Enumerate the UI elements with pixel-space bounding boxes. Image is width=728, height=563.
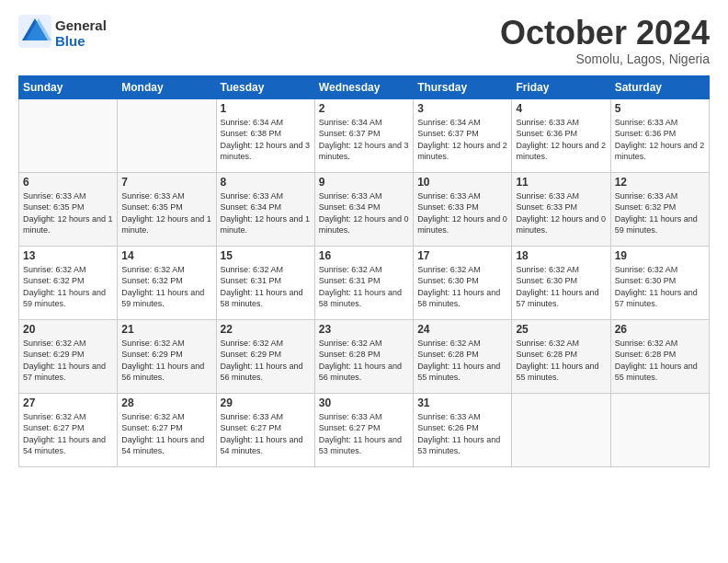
day-number: 13 — [23, 249, 113, 262]
calendar-cell: 28Sunrise: 6:32 AMSunset: 6:27 PMDayligh… — [118, 393, 216, 466]
day-detail: Sunrise: 6:33 AMSunset: 6:27 PMDaylight:… — [221, 411, 311, 457]
calendar-cell: 9Sunrise: 6:33 AMSunset: 6:34 PMDaylight… — [314, 172, 413, 246]
calendar-cell: 3Sunrise: 6:34 AMSunset: 6:37 PMDaylight… — [414, 98, 512, 172]
day-detail: Sunrise: 6:32 AMSunset: 6:30 PMDaylight:… — [417, 264, 507, 310]
calendar-cell: 19Sunrise: 6:32 AMSunset: 6:30 PMDayligh… — [610, 246, 709, 319]
day-detail: Sunrise: 6:32 AMSunset: 6:30 PMDaylight:… — [615, 264, 705, 310]
logo: General Blue — [18, 15, 107, 52]
day-number: 23 — [319, 323, 409, 336]
calendar-cell: 24Sunrise: 6:32 AMSunset: 6:28 PMDayligh… — [414, 319, 512, 393]
calendar-cell: 21Sunrise: 6:32 AMSunset: 6:29 PMDayligh… — [118, 319, 216, 393]
calendar-cell: 12Sunrise: 6:33 AMSunset: 6:32 PMDayligh… — [610, 172, 709, 246]
calendar-cell: 1Sunrise: 6:34 AMSunset: 6:38 PMDaylight… — [216, 98, 314, 172]
calendar-cell: 6Sunrise: 6:33 AMSunset: 6:35 PMDaylight… — [19, 172, 118, 246]
day-detail: Sunrise: 6:33 AMSunset: 6:36 PMDaylight:… — [516, 117, 606, 163]
calendar-table: SundayMondayTuesdayWednesdayThursdayFrid… — [18, 75, 710, 467]
calendar-cell: 13Sunrise: 6:32 AMSunset: 6:32 PMDayligh… — [19, 246, 118, 319]
calendar-cell: 10Sunrise: 6:33 AMSunset: 6:33 PMDayligh… — [414, 172, 512, 246]
location-subtitle: Somolu, Lagos, Nigeria — [500, 52, 710, 66]
calendar-cell: 22Sunrise: 6:32 AMSunset: 6:29 PMDayligh… — [216, 319, 314, 393]
calendar-cell: 7Sunrise: 6:33 AMSunset: 6:35 PMDaylight… — [118, 172, 216, 246]
weekday-header: Friday — [512, 75, 610, 98]
calendar-cell — [610, 393, 709, 466]
day-number: 25 — [516, 323, 606, 336]
day-detail: Sunrise: 6:32 AMSunset: 6:29 PMDaylight:… — [121, 338, 211, 384]
calendar-cell: 11Sunrise: 6:33 AMSunset: 6:33 PMDayligh… — [512, 172, 610, 246]
day-number: 26 — [615, 323, 705, 336]
day-detail: Sunrise: 6:33 AMSunset: 6:35 PMDaylight:… — [121, 190, 211, 236]
logo-blue: Blue — [55, 33, 107, 49]
weekday-header: Monday — [118, 75, 216, 98]
day-number: 21 — [121, 323, 211, 336]
calendar-cell: 5Sunrise: 6:33 AMSunset: 6:36 PMDaylight… — [610, 98, 709, 172]
day-number: 7 — [121, 176, 211, 189]
calendar-cell: 29Sunrise: 6:33 AMSunset: 6:27 PMDayligh… — [216, 393, 314, 466]
day-detail: Sunrise: 6:32 AMSunset: 6:28 PMDaylight:… — [319, 338, 409, 384]
calendar-cell: 8Sunrise: 6:33 AMSunset: 6:34 PMDaylight… — [216, 172, 314, 246]
day-number: 5 — [615, 102, 705, 115]
calendar-cell: 2Sunrise: 6:34 AMSunset: 6:37 PMDaylight… — [314, 98, 413, 172]
day-number: 8 — [221, 176, 311, 189]
day-number: 1 — [221, 102, 311, 115]
calendar-cell — [118, 98, 216, 172]
day-number: 16 — [319, 249, 409, 262]
day-number: 3 — [417, 102, 507, 115]
day-detail: Sunrise: 6:33 AMSunset: 6:26 PMDaylight:… — [417, 411, 507, 457]
day-detail: Sunrise: 6:32 AMSunset: 6:29 PMDaylight:… — [221, 338, 311, 384]
day-number: 6 — [23, 176, 113, 189]
day-detail: Sunrise: 6:34 AMSunset: 6:37 PMDaylight:… — [417, 117, 507, 163]
day-number: 18 — [516, 249, 606, 262]
day-detail: Sunrise: 6:33 AMSunset: 6:27 PMDaylight:… — [319, 411, 409, 457]
day-number: 31 — [417, 396, 507, 409]
day-number: 22 — [221, 323, 311, 336]
day-detail: Sunrise: 6:32 AMSunset: 6:32 PMDaylight:… — [121, 264, 211, 310]
day-number: 4 — [516, 102, 606, 115]
calendar-cell: 16Sunrise: 6:32 AMSunset: 6:31 PMDayligh… — [314, 246, 413, 319]
day-number: 20 — [23, 323, 113, 336]
calendar-cell: 25Sunrise: 6:32 AMSunset: 6:28 PMDayligh… — [512, 319, 610, 393]
day-detail: Sunrise: 6:34 AMSunset: 6:38 PMDaylight:… — [221, 117, 311, 163]
month-title: October 2024 — [500, 15, 710, 52]
day-detail: Sunrise: 6:33 AMSunset: 6:36 PMDaylight:… — [615, 117, 705, 163]
weekday-header: Wednesday — [314, 75, 413, 98]
day-detail: Sunrise: 6:32 AMSunset: 6:27 PMDaylight:… — [23, 411, 113, 457]
weekday-header: Tuesday — [216, 75, 314, 98]
calendar-page: General Blue October 2024 Somolu, Lagos,… — [0, 0, 728, 563]
header: General Blue October 2024 Somolu, Lagos,… — [18, 15, 710, 66]
calendar-cell: 30Sunrise: 6:33 AMSunset: 6:27 PMDayligh… — [314, 393, 413, 466]
weekday-header: Saturday — [610, 75, 709, 98]
calendar-cell: 31Sunrise: 6:33 AMSunset: 6:26 PMDayligh… — [414, 393, 512, 466]
day-number: 29 — [221, 396, 311, 409]
day-detail: Sunrise: 6:32 AMSunset: 6:31 PMDaylight:… — [319, 264, 409, 310]
calendar-cell: 18Sunrise: 6:32 AMSunset: 6:30 PMDayligh… — [512, 246, 610, 319]
calendar-cell: 20Sunrise: 6:32 AMSunset: 6:29 PMDayligh… — [19, 319, 118, 393]
day-detail: Sunrise: 6:32 AMSunset: 6:28 PMDaylight:… — [417, 338, 507, 384]
day-number: 2 — [319, 102, 409, 115]
day-number: 15 — [221, 249, 311, 262]
day-detail: Sunrise: 6:33 AMSunset: 6:33 PMDaylight:… — [516, 190, 606, 236]
calendar-cell: 14Sunrise: 6:32 AMSunset: 6:32 PMDayligh… — [118, 246, 216, 319]
day-number: 17 — [417, 249, 507, 262]
day-number: 28 — [121, 396, 211, 409]
day-number: 11 — [516, 176, 606, 189]
title-block: October 2024 Somolu, Lagos, Nigeria — [500, 15, 710, 66]
day-detail: Sunrise: 6:32 AMSunset: 6:32 PMDaylight:… — [23, 264, 113, 310]
day-detail: Sunrise: 6:32 AMSunset: 6:28 PMDaylight:… — [615, 338, 705, 384]
logo-general: General — [55, 17, 107, 33]
logo-icon — [18, 15, 51, 48]
calendar-cell: 23Sunrise: 6:32 AMSunset: 6:28 PMDayligh… — [314, 319, 413, 393]
calendar-cell — [19, 98, 118, 172]
day-number: 9 — [319, 176, 409, 189]
day-detail: Sunrise: 6:33 AMSunset: 6:34 PMDaylight:… — [221, 190, 311, 236]
day-detail: Sunrise: 6:32 AMSunset: 6:27 PMDaylight:… — [121, 411, 211, 457]
calendar-cell: 26Sunrise: 6:32 AMSunset: 6:28 PMDayligh… — [610, 319, 709, 393]
calendar-cell: 17Sunrise: 6:32 AMSunset: 6:30 PMDayligh… — [414, 246, 512, 319]
day-number: 24 — [417, 323, 507, 336]
day-detail: Sunrise: 6:33 AMSunset: 6:32 PMDaylight:… — [615, 190, 705, 236]
day-number: 12 — [615, 176, 705, 189]
weekday-header: Sunday — [19, 75, 118, 98]
day-number: 14 — [121, 249, 211, 262]
calendar-cell: 15Sunrise: 6:32 AMSunset: 6:31 PMDayligh… — [216, 246, 314, 319]
day-detail: Sunrise: 6:34 AMSunset: 6:37 PMDaylight:… — [319, 117, 409, 163]
calendar-cell: 4Sunrise: 6:33 AMSunset: 6:36 PMDaylight… — [512, 98, 610, 172]
